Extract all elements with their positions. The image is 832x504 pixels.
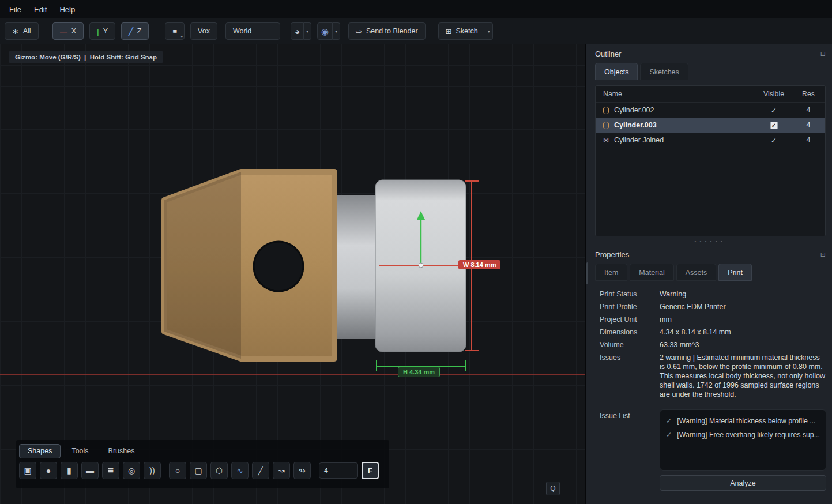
- issue-list-item[interactable]: ✓ [Warning] Free overhang likely require…: [666, 428, 820, 441]
- cylinder-icon[interactable]: ▮: [61, 462, 78, 479]
- matcap-button[interactable]: ◕: [291, 22, 304, 40]
- screw-icon[interactable]: ≣: [102, 462, 119, 479]
- box-icon[interactable]: ▣: [19, 462, 36, 479]
- sketch-dropdown-arrow[interactable]: ▾: [485, 22, 493, 40]
- field-label: Print Status: [600, 288, 660, 300]
- flat-shading-button[interactable]: F: [362, 462, 379, 479]
- object-name: Cylinder.002: [614, 106, 654, 114]
- display-settings-button[interactable]: ≡ ▾: [165, 22, 185, 40]
- grid-icon: ⊞: [446, 28, 452, 35]
- tab-assets[interactable]: Assets: [676, 264, 717, 281]
- joined-object-icon: ⊠: [603, 137, 609, 144]
- right-sidebar: Outliner ⊡ Objects Sketches Name Visible…: [585, 44, 832, 504]
- x-axis-icon: —: [60, 28, 67, 35]
- mirror-x-button[interactable]: — X: [52, 22, 84, 40]
- vox-label: Vox: [198, 27, 210, 35]
- field-label: Project Unit: [600, 313, 660, 326]
- shading-mode-split-button: ◕ ▾: [291, 22, 311, 40]
- field-label: Dimensions: [600, 326, 660, 338]
- torus-icon[interactable]: ◎: [123, 462, 140, 479]
- block-side-face: [164, 172, 241, 359]
- render-dropdown-arrow[interactable]: ▾: [333, 22, 340, 40]
- render-mode-split-button: ◉ ▾: [317, 22, 340, 40]
- render-sphere-icon: ◉: [321, 27, 329, 36]
- menu-help[interactable]: Help: [59, 5, 75, 14]
- resolution-value[interactable]: 4: [792, 106, 825, 114]
- object-name: Cylinder.003: [614, 121, 657, 129]
- issue-text: [Warning] Material thickness below profi…: [677, 417, 815, 425]
- properties-tabs: Item Material Assets Print: [595, 264, 832, 281]
- gizmo-center-handle[interactable]: [419, 263, 423, 268]
- visibility-checkbox[interactable]: ✓: [770, 122, 778, 129]
- tab-sketches[interactable]: Sketches: [640, 63, 688, 80]
- resolution-value[interactable]: 4: [792, 136, 825, 144]
- sphere-icon[interactable]: ●: [40, 462, 57, 479]
- panel-splitter[interactable]: [586, 238, 832, 245]
- sidebar-scrollbar[interactable]: [586, 262, 588, 284]
- tab-material[interactable]: Material: [630, 264, 673, 281]
- cylinder-object-icon: [603, 122, 609, 129]
- z-axis-icon: ╱: [129, 28, 133, 35]
- circle-icon[interactable]: ○: [169, 462, 186, 479]
- send-to-blender-button[interactable]: ⇨ Send to Blender: [348, 22, 426, 40]
- sketch-button[interactable]: ⊞ Sketch: [438, 22, 485, 40]
- outliner-header: Outliner ⊡: [586, 44, 832, 58]
- tab-shapes[interactable]: Shapes: [19, 444, 61, 458]
- menubar: File Edit Help: [0, 0, 832, 18]
- project-unit-value: mm: [660, 313, 826, 326]
- tab-print[interactable]: Print: [718, 264, 752, 281]
- tab-objects[interactable]: Objects: [595, 63, 638, 80]
- visibility-check[interactable]: ✓: [756, 106, 792, 115]
- resolution-value[interactable]: 4: [792, 121, 825, 129]
- issues-summary: 2 warning | Estimated minimum material t…: [660, 351, 826, 401]
- table-row-selected[interactable]: Cylinder.003 ✓ 4: [596, 118, 825, 133]
- line-icon[interactable]: ╱: [252, 462, 269, 479]
- visibility-check[interactable]: ✓: [756, 136, 792, 145]
- table-row[interactable]: Cylinder.002 ✓ 4: [596, 103, 825, 118]
- render-sphere-button[interactable]: ◉: [317, 22, 333, 40]
- menu-file[interactable]: File: [9, 5, 21, 14]
- mirror-y-button[interactable]: | Y: [89, 22, 115, 40]
- properties-header: Properties ⊡: [586, 245, 832, 259]
- viewport-3d[interactable]: Gizmo: Move (G/R/S) | Hold Shift: Grid S…: [0, 44, 585, 504]
- tab-brushes[interactable]: Brushes: [100, 444, 144, 458]
- send-to-blender-label: Send to Blender: [366, 27, 418, 35]
- menu-edit[interactable]: Edit: [34, 5, 47, 14]
- all-axes-label: All: [23, 27, 31, 35]
- scene-canvas[interactable]: [0, 44, 585, 504]
- issue-list-label: Issue List: [600, 409, 660, 422]
- table-row[interactable]: ⊠ Cylinder Joined ✓ 4: [596, 133, 825, 148]
- quick-access-button[interactable]: Q: [546, 482, 560, 495]
- panel-options-icon[interactable]: ⊡: [820, 50, 826, 58]
- rect-icon[interactable]: ▢: [190, 462, 207, 479]
- analyze-button[interactable]: Analyze: [660, 475, 826, 491]
- world-dropdown[interactable]: World: [225, 22, 280, 40]
- check-icon: ✓: [666, 431, 672, 439]
- export-icon: ⇨: [356, 28, 362, 35]
- matcap-dropdown-arrow[interactable]: ▾: [304, 22, 311, 40]
- shapes-panel: Shapes Tools Brushes ▣ ● ▮ ▬ ≣ ◎ )) ○ ▢ …: [16, 440, 389, 488]
- arc-shell-icon[interactable]: )): [144, 462, 161, 479]
- spline-icon[interactable]: ∿: [231, 462, 249, 479]
- all-axes-button[interactable]: ∗ All: [5, 22, 39, 40]
- check-icon: ✓: [666, 417, 672, 425]
- panel-options-icon[interactable]: ⊡: [820, 251, 826, 258]
- outliner-table-header: Name Visible Res: [596, 86, 825, 103]
- segments-input[interactable]: 4: [319, 462, 358, 479]
- mirror-z-label: Z: [137, 27, 142, 35]
- issue-list-item[interactable]: ✓ [Warning] Material thickness below pro…: [666, 415, 820, 427]
- dimensions-value: 4.34 x 8.14 x 8.14 mm: [660, 326, 826, 338]
- loop-icon[interactable]: ↬: [293, 462, 311, 479]
- asterisk-icon: ∗: [12, 27, 19, 35]
- tab-tools[interactable]: Tools: [63, 444, 97, 458]
- vox-button[interactable]: Vox: [190, 22, 217, 40]
- sliders-icon: ≡: [172, 28, 177, 35]
- tab-item[interactable]: Item: [595, 264, 627, 281]
- mirror-z-button[interactable]: ╱ Z: [121, 22, 149, 40]
- app-window: File Edit Help ∗ All — X | Y ╱ Z ≡ ▾ Vox…: [0, 0, 832, 504]
- curve-icon[interactable]: ↝: [273, 462, 290, 479]
- field-label: Volume: [600, 338, 660, 351]
- polygon-icon[interactable]: ⬡: [210, 462, 228, 479]
- capsule-icon[interactable]: ▬: [81, 462, 99, 479]
- column-visible: Visible: [756, 90, 792, 98]
